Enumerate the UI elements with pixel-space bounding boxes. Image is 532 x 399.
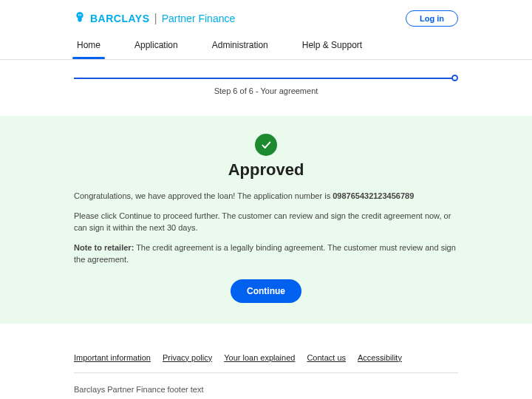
barclays-eagle-icon [74, 11, 86, 26]
approved-panel: Approved Congratulations, we have approv… [0, 116, 532, 324]
approval-message: Congratulations, we have approved the lo… [74, 190, 458, 202]
footer-link-contact[interactable]: Contact us [307, 353, 346, 362]
retailer-note: Note to retailer: The credit agreement i… [74, 242, 458, 266]
footer-links: Important information Privacy policy You… [74, 353, 458, 373]
footer-text: Barclays Partner Finance footer text [74, 385, 458, 394]
footer-link-privacy[interactable]: Privacy policy [163, 353, 212, 362]
footer-link-important-info[interactable]: Important information [74, 353, 151, 362]
footer: Important information Privacy policy You… [0, 324, 532, 400]
main-nav: Home Application Administration Help & S… [0, 33, 532, 59]
nav-application[interactable]: Application [132, 33, 181, 59]
application-number: 098765432123456789 [332, 191, 414, 200]
continue-instructions: Please click Continue to proceed further… [74, 210, 458, 234]
brand-logo: BARCLAYS | Partner Finance [74, 11, 235, 26]
footer-link-loan-explained[interactable]: Your loan explained [224, 353, 295, 362]
brand-separator: | [154, 12, 157, 25]
progress-end-dot [451, 75, 458, 81]
brand-sub: Partner Finance [162, 13, 236, 24]
approved-title: Approved [74, 160, 458, 180]
nav-help-support[interactable]: Help & Support [299, 33, 365, 59]
login-button[interactable]: Log in [406, 10, 458, 27]
brand-name: BARCLAYS [90, 13, 150, 24]
nav-home[interactable]: Home [74, 33, 103, 59]
check-circle-icon [255, 134, 277, 156]
footer-link-accessibility[interactable]: Accessibility [358, 353, 402, 362]
approval-msg-text: Congratulations, we have approved the lo… [74, 191, 332, 200]
progress-label: Step 6 of 6 - Your agreement [74, 86, 458, 95]
nav-administration[interactable]: Administration [209, 33, 271, 59]
progress-indicator: Step 6 of 6 - Your agreement [74, 60, 458, 103]
note-label: Note to retailer: [74, 243, 134, 252]
progress-line [74, 78, 455, 79]
continue-button[interactable]: Continue [231, 279, 301, 303]
